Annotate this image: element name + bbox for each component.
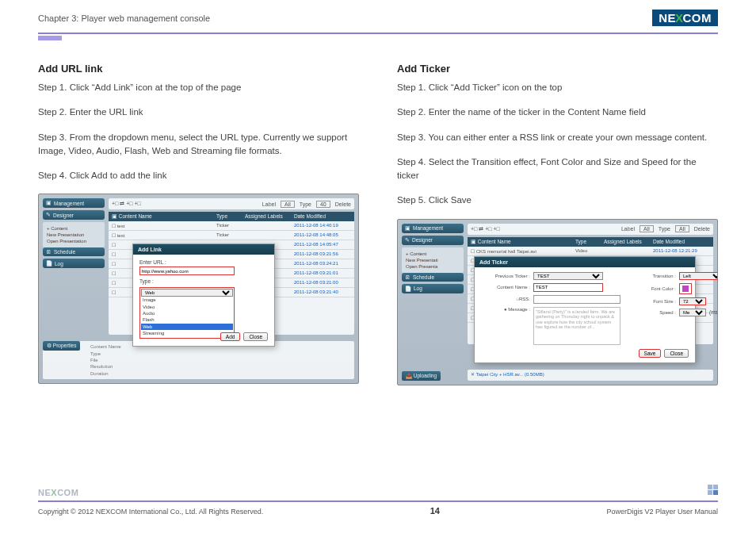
left-step: Step 2. Enter the URL link (38, 105, 359, 119)
toolbar-icons[interactable]: +□ ⇄ +□ +□ (112, 201, 141, 207)
chapter-title: Chapter 3: Player web management console (38, 13, 210, 23)
type-filter[interactable]: 40 (316, 201, 330, 208)
nav-log[interactable]: 📄 Log (43, 259, 105, 268)
nav-management[interactable]: ▣ Management (402, 224, 464, 233)
screenshot-add-ticker: ▣ Management ✎ Designer + Content New Pr… (397, 219, 718, 385)
close-button[interactable]: Close (664, 349, 689, 358)
close-button[interactable]: Close (243, 332, 268, 341)
nav-schedule[interactable]: 🗓 Schedule (43, 247, 105, 256)
speed-select[interactable]: Me (679, 309, 706, 316)
type-dropdown[interactable]: Web Image Video Audio Flash Web Streamin… (139, 287, 235, 338)
manual-title: PowerDigis V2 Player User Manual (606, 508, 718, 516)
label-filter[interactable]: All (640, 225, 654, 232)
footer-logo: NEXCOM (38, 488, 718, 497)
transition-select[interactable]: Left (679, 272, 718, 280)
right-step: Step 4. Select the Transition effect, Fo… (397, 155, 718, 183)
toolbar: +□ ⇄ +□ +□ Label All Type 40 Delete (109, 198, 354, 209)
toolbar: +□ ⇄ +□ +□ Label All Type All Delete (468, 224, 713, 235)
message-textarea[interactable]: "Sifland (Party)" is a landed farm. We a… (533, 307, 620, 345)
copyright: Copyright © 2012 NEXCOM International Co… (38, 508, 263, 516)
nav-new-presentation[interactable]: New Presentati (406, 258, 460, 263)
font-color-picker[interactable] (679, 283, 692, 294)
label-filter[interactable]: All (281, 201, 295, 208)
add-button[interactable]: Add (220, 332, 241, 341)
add-link-dialog: Add Link Enter URL : Type : Web Image Vi… (132, 243, 275, 347)
nav-schedule[interactable]: 🗓 Schedule (402, 273, 464, 282)
brand-logo: NEXCOM (652, 10, 718, 26)
uploading-tab[interactable]: 📤 Uploading (402, 371, 441, 381)
nav-designer[interactable]: ✎ Designer (43, 210, 105, 220)
type-filter[interactable]: All (675, 225, 689, 232)
delete-button[interactable]: Delete (694, 226, 710, 232)
screenshot-add-link: ▣ Management ✎ Designer + Content New Pr… (38, 194, 359, 384)
footer-rule (38, 500, 718, 502)
header-rule (38, 33, 718, 34)
upload-status: ✕ Taipei City + HSR.av... (0.50MB) (468, 370, 713, 381)
left-step: Step 4. Click Add to add the link (38, 169, 359, 182)
right-step: Step 3. You can either enter a RSS link … (397, 131, 718, 144)
nav-content[interactable]: + Content (406, 251, 460, 256)
nav-open-presentation[interactable]: Open Presentation (47, 239, 101, 243)
dialog-title: Add Ticker (475, 257, 695, 267)
page-number: 14 (430, 506, 440, 516)
properties-tab[interactable]: ⚙ Properties (43, 341, 80, 351)
previous-ticker-select[interactable]: TEST (533, 272, 603, 280)
content-name-input[interactable] (533, 283, 603, 292)
right-step: Step 1. Click “Add Ticker” icon on the t… (397, 81, 718, 94)
url-input[interactable] (139, 266, 235, 275)
delete-button[interactable]: Delete (335, 201, 351, 207)
right-heading: Add Ticker (397, 63, 718, 75)
nav-management[interactable]: ▣ Management (43, 198, 105, 208)
toolbar-icons[interactable]: +□ ⇄ +□ +□ (471, 226, 500, 232)
left-heading: Add URL link (38, 63, 359, 75)
add-ticker-dialog: Add Ticker Previous Ticker :TEST Content… (474, 256, 696, 363)
nav-open-presentation[interactable]: Open Presenta (406, 264, 460, 269)
nav-new-presentation[interactable]: New Presentation (47, 232, 101, 237)
right-step: Step 2. Enter the name of the ticker in … (397, 105, 718, 119)
nav-designer[interactable]: ✎ Designer (402, 236, 464, 245)
right-step: Step 5. Click Save (397, 194, 718, 207)
font-size-select[interactable]: 72 (679, 297, 706, 305)
type-select[interactable]: Web (141, 289, 233, 297)
left-step: Step 3. From the dropdown menu, select t… (38, 131, 359, 159)
dialog-title: Add Link (133, 244, 274, 255)
nav-log[interactable]: 📄 Log (402, 284, 464, 293)
nav-content[interactable]: + Content (47, 226, 101, 231)
rss-input[interactable] (533, 295, 620, 304)
save-button[interactable]: Save (639, 349, 662, 358)
left-step: Step 1. Click “Add Link” icon at the top… (38, 81, 359, 94)
